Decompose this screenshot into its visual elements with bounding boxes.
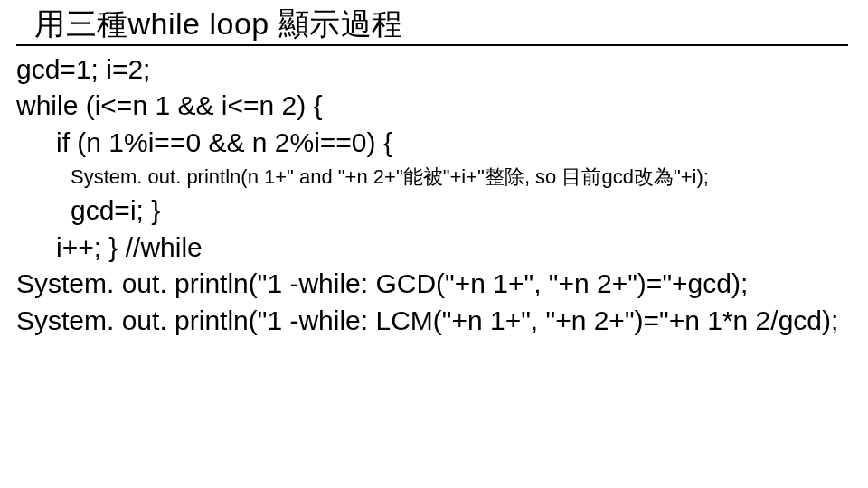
code-line-8: System. out. println("1 -while: LCM("+n … — [16, 303, 868, 340]
code-line-3: if (n 1%i==0 && n 2%i==0) { — [16, 125, 868, 162]
slide: 用三種while loop 顯示過程 gcd=1; i=2; while (i<… — [0, 0, 868, 488]
slide-title: 用三種while loop 顯示過程 — [0, 5, 868, 42]
code-line-6: i++; } //while — [16, 230, 868, 267]
code-line-7: System. out. println("1 -while: GCD("+n … — [16, 266, 868, 303]
code-line-4: System. out. println(n 1+" and "+n 2+"能被… — [16, 161, 868, 192]
slide-body: gcd=1; i=2; while (i<=n 1 && i<=n 2) { i… — [0, 46, 868, 340]
code-line-5: gcd=i; } — [16, 192, 868, 230]
code-line-1: gcd=1; i=2; — [16, 52, 868, 89]
code-line-2: while (i<=n 1 && i<=n 2) { — [16, 88, 868, 125]
